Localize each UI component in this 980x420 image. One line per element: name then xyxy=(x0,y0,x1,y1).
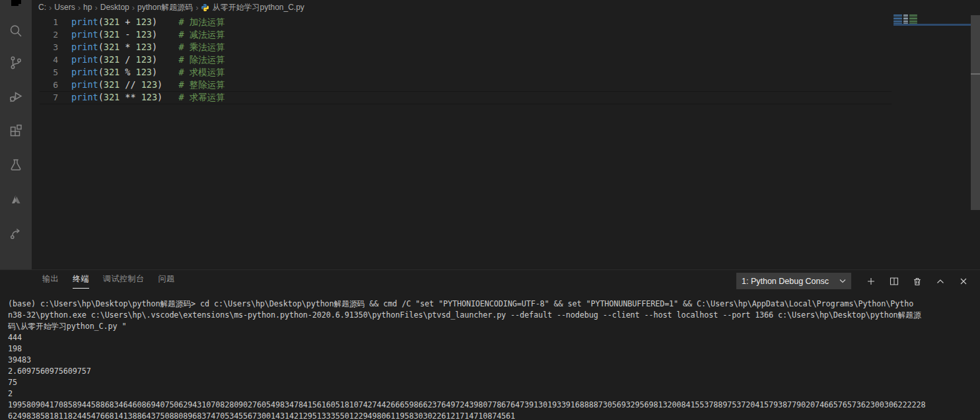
terminal-line: (base) c:\Users\hp\Desktop\python解题源码> c… xyxy=(8,298,980,310)
current-line-border-bottom xyxy=(40,104,892,104)
editor-area: C:›Users›hp›Desktop›python解题源码›从零开始学习pyt… xyxy=(32,0,980,269)
terminal-output[interactable]: (base) c:\Users\hp\Desktop\python解题源码> c… xyxy=(0,291,980,420)
line-number: 1 xyxy=(32,16,58,28)
panel-tab[interactable]: 输出 xyxy=(42,273,59,289)
breadcrumb-separator: › xyxy=(78,3,81,13)
code-line-text[interactable]: print(321 % 123) # 求模运算 xyxy=(71,66,225,79)
terminal-line: n38-32\python.exe c:\Users\hp\.vscode\ex… xyxy=(8,310,980,321)
minimap-line-mark xyxy=(893,15,971,16)
code-line: 5print(321 % 123) # 求模运算 xyxy=(32,66,890,79)
code-line: 4print(321 / 123) # 除法运算 xyxy=(32,53,890,66)
code-line: 7print(321 ** 123) # 求幂运算 xyxy=(32,91,890,104)
breadcrumb: C:›Users›hp›Desktop›python解题源码›从零开始学习pyt… xyxy=(32,0,980,15)
code-line-text[interactable]: print(321 - 123) # 减法运算 xyxy=(71,28,225,41)
test-beaker-icon[interactable] xyxy=(0,149,32,181)
terminal-selector[interactable]: 1: Python Debug Consc xyxy=(736,273,851,289)
terminal-line: 444 xyxy=(8,332,980,343)
split-terminal-icon[interactable] xyxy=(886,273,903,289)
code-line-text[interactable]: print(321 // 123) # 整除运算 xyxy=(71,79,225,91)
close-panel-icon[interactable] xyxy=(955,273,972,289)
minimap-current-line xyxy=(893,24,971,26)
files-icon[interactable] xyxy=(0,0,32,6)
terminal-line: 6249838581811824454766814138864375088089… xyxy=(8,411,980,420)
code-line-text[interactable]: print(321 + 123) # 加法运算 xyxy=(71,16,225,28)
minimap-line-mark xyxy=(893,21,971,22)
panel-header: 输出终端调试控制台问题 1: Python Debug Consc xyxy=(0,270,980,291)
breadcrumb-item[interactable]: C: xyxy=(38,3,46,12)
code-line-text[interactable]: print(321 ** 123) # 求幂运算 xyxy=(71,91,225,104)
source-control-icon[interactable] xyxy=(0,47,32,79)
azure-icon[interactable] xyxy=(0,184,32,215)
share-icon[interactable] xyxy=(0,218,32,250)
maximize-panel-icon[interactable] xyxy=(932,273,949,289)
panel-tab[interactable]: 问题 xyxy=(158,273,175,289)
kill-terminal-icon[interactable] xyxy=(909,273,926,289)
breadcrumb-item[interactable]: Desktop xyxy=(100,3,129,12)
extensions-icon[interactable] xyxy=(0,115,32,147)
minimap-line-mark xyxy=(893,20,971,21)
breadcrumb-filename: 从零开始学习python_C.py xyxy=(212,2,304,13)
panel-tab[interactable]: 终端 xyxy=(73,273,89,289)
breadcrumb-file[interactable]: 从零开始学习python_C.py xyxy=(201,2,304,13)
scrollbar-thumb[interactable] xyxy=(971,15,980,210)
panel-actions: 1: Python Debug Consc xyxy=(736,273,972,289)
breadcrumb-separator: › xyxy=(49,3,52,13)
breadcrumb-separator: › xyxy=(94,3,97,13)
terminal-line: 码\从零开始学习python_C.py " xyxy=(8,321,980,332)
terminal-selector-value: 1: Python Debug Consc xyxy=(742,277,829,286)
breadcrumb-item[interactable]: python解题源码 xyxy=(137,2,193,13)
line-number: 6 xyxy=(32,79,58,91)
code-line: 2print(321 - 123) # 减法运算 xyxy=(32,28,890,41)
line-number: 5 xyxy=(32,66,58,79)
run-debug-icon[interactable] xyxy=(0,81,32,112)
code-line: 3print(321 * 123) # 乘法运算 xyxy=(32,41,890,53)
editor-scrollbar xyxy=(971,15,980,269)
panel-tabs: 输出终端调试控制台问题 xyxy=(0,273,175,289)
breadcrumb-item[interactable]: Users xyxy=(54,3,75,12)
terminal-line: 198 xyxy=(8,343,980,355)
minimap-line-mark xyxy=(893,18,971,19)
search-icon[interactable] xyxy=(0,15,32,47)
code-line: 6print(321 // 123) # 整除运算 xyxy=(32,79,890,91)
terminal-line: 39483 xyxy=(8,355,980,366)
code-editor[interactable]: 1print(321 + 123) # 加法运算2print(321 - 123… xyxy=(32,16,890,104)
line-number: 3 xyxy=(32,41,58,53)
line-number: 4 xyxy=(32,53,58,66)
terminal-line: 1995809041708589445886834646086940750629… xyxy=(8,400,980,411)
new-terminal-icon[interactable] xyxy=(862,273,880,289)
vscode-window: C:›Users›hp›Desktop›python解题源码›从零开始学习pyt… xyxy=(0,0,980,420)
minimap[interactable] xyxy=(893,15,971,34)
python-file-icon xyxy=(201,3,209,12)
panel-tab[interactable]: 调试控制台 xyxy=(103,273,145,289)
minimap-line-mark xyxy=(893,17,971,18)
terminal-line: 2.6097560975609757 xyxy=(8,366,980,377)
code-line-text[interactable]: print(321 / 123) # 除法运算 xyxy=(71,53,225,66)
bottom-panel: 输出终端调试控制台问题 1: Python Debug Consc xyxy=(0,269,980,420)
code-line-text[interactable]: print(321 * 123) # 乘法运算 xyxy=(71,41,225,53)
breadcrumb-separator: › xyxy=(195,3,198,13)
breadcrumb-separator: › xyxy=(132,3,135,13)
terminal-line: 2 xyxy=(8,388,980,400)
code-line: 1print(321 + 123) # 加法运算 xyxy=(32,16,890,28)
terminal-line: 75 xyxy=(8,377,980,388)
cursor-overview-mark xyxy=(971,73,980,75)
line-number: 7 xyxy=(32,91,58,104)
breadcrumb-item[interactable]: hp xyxy=(83,3,92,12)
chevron-down-icon xyxy=(839,279,846,283)
line-number: 2 xyxy=(32,28,58,41)
